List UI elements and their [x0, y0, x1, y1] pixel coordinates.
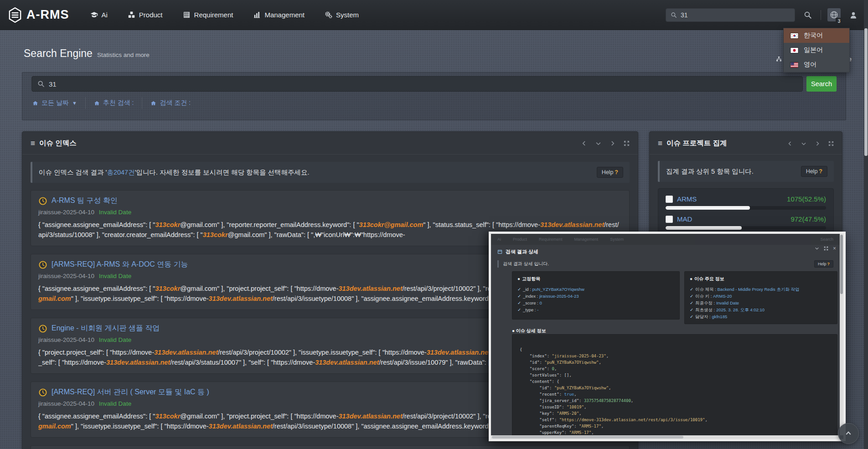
collapse-down-icon[interactable] [595, 140, 601, 146]
aggregation-notice: 집계 결과 상위 5 항목 입니다. Help? [658, 161, 834, 182]
collapse-left-icon[interactable] [581, 140, 587, 146]
aggregation-row-mad: MAD 972(47.5%) [666, 215, 826, 230]
nav-item-management[interactable]: Management [253, 11, 305, 19]
scrollbar-thumb[interactable] [864, 28, 868, 156]
issue-title-link[interactable]: [ARMS-REQ] A-RMS 와 A-DOC 연동 기능 [52, 260, 188, 269]
detail-field: ✓이슈 키 : ARMS-20 [690, 293, 832, 299]
panel-controls [787, 141, 834, 146]
minimize-icon[interactable] [815, 246, 819, 251]
issue-index-name: jiraissue-2025-04-10 [38, 400, 94, 407]
collapse-right-icon[interactable] [815, 141, 820, 146]
hamburger-icon: ≡ [658, 139, 662, 148]
filter-1[interactable]: 추천 검색 : [86, 99, 142, 107]
language-option-us[interactable]: 영어 [784, 57, 849, 72]
search-panel: Search 모든 날짜▼추천 검색 :검색 조건 : [22, 72, 846, 120]
issue-title-link[interactable]: A-RMS 팀 구성 확인 [52, 196, 118, 206]
filter-2[interactable]: 검색 조건 : [142, 99, 199, 107]
check-icon: ✓ [690, 294, 693, 299]
help-button[interactable]: Help? [814, 260, 833, 268]
collapse-left-icon[interactable] [787, 141, 793, 146]
search-button[interactable]: Search [806, 76, 837, 92]
scrollbar-thumb[interactable] [492, 436, 683, 439]
expand-icon[interactable] [624, 140, 630, 146]
issue-detail-json: { "index": "jiraissue-2025-04-23", "id":… [512, 334, 837, 438]
navbar-search-button[interactable] [801, 9, 814, 21]
scroll-to-top-button[interactable] [838, 423, 859, 444]
language-globe-button[interactable]: 3 [827, 8, 841, 21]
issue-title-link[interactable]: Engine - 비회원 게시판 샘플 작업 [52, 324, 160, 333]
check-icon: ✓ [517, 287, 521, 292]
window-controls: × [815, 246, 836, 251]
language-option-kr[interactable]: 한국어 [784, 28, 849, 43]
project-aggregation-panel: ≡ 이슈 프로젝트 집계 집계 결과 상위 5 항목 입니다. Help? AR… [649, 131, 842, 245]
check-icon: ✓ [690, 287, 693, 292]
nav-item-system[interactable]: System [325, 11, 359, 19]
navbar-divider [821, 10, 821, 20]
project-checkbox[interactable] [666, 196, 673, 203]
notice-count: 총2047건 [107, 169, 134, 176]
maximize-icon[interactable] [824, 246, 828, 251]
detail-field: ✓_id : puN_YZYBaKa7OYiqwshw [517, 286, 674, 293]
project-name-link[interactable]: MAD [677, 215, 692, 223]
issue-index-name: jiraissue-2025-04-10 [38, 273, 94, 279]
page-scrollbar [864, 0, 868, 449]
project-aggregation-title: 이슈 프로젝트 집계 [666, 139, 727, 148]
nav-item-ai[interactable]: Ai [90, 11, 108, 19]
check-icon: ✓ [517, 294, 521, 299]
nav-item-product[interactable]: Product [128, 11, 163, 19]
fixed-fields-title: 고정항목 [522, 276, 540, 281]
main-search-input[interactable] [49, 80, 797, 88]
top-navbar: A-RMS AiProductRequirementManagementSyst… [0, 0, 868, 30]
flag-jp-icon [790, 47, 799, 53]
navbar-right: 3 [666, 8, 860, 22]
clock-icon [38, 388, 47, 397]
collapse-right-icon[interactable] [610, 140, 615, 146]
issue-summary-box: ●이슈 주요 정보 ✓이슈 제목 : Backend - Middle Prox… [684, 271, 837, 324]
navbar-search-input[interactable] [681, 11, 790, 19]
panel-controls [581, 140, 630, 146]
aggregation-row-arms: ARMS 1075(52.5%) [666, 195, 826, 210]
close-icon[interactable]: × [833, 246, 836, 251]
scrollbar-thumb[interactable] [840, 235, 843, 294]
gears-icon [325, 11, 332, 19]
language-option-jp[interactable]: 일본어 [784, 43, 849, 57]
modal-title: 검색 결과 상세 [506, 248, 538, 255]
page-title: Search Engine [24, 47, 93, 60]
bullet-icon: ● [512, 328, 516, 333]
project-checkbox[interactable] [666, 216, 673, 223]
page-subtitle: Statistics and more [97, 52, 150, 58]
modal-subtitle: 검색 결과 상세 입니다. [503, 261, 549, 267]
clock-icon [38, 260, 47, 269]
progress-fill [666, 206, 750, 210]
issue-meta: jiraissue-2025-04-10 Invalid Date [38, 209, 622, 216]
ghost-nav-item: System [610, 237, 624, 242]
progress-track [666, 206, 826, 210]
project-count-value: 1075(52.5%) [787, 195, 826, 203]
flag-kr-icon [790, 33, 799, 39]
filter-0[interactable]: 모든 날짜▼ [31, 99, 85, 107]
clock-icon [38, 196, 47, 206]
check-icon: ✓ [690, 314, 693, 319]
home-icon [32, 100, 38, 106]
bullet-icon: ● [690, 276, 692, 281]
help-button[interactable]: Help? [597, 167, 623, 178]
brand-name: A-RMS [26, 8, 69, 22]
project-aggregation-header: ≡ 이슈 프로젝트 집계 [650, 132, 842, 155]
detail-field: ✓최종수정 : Invalid Date [690, 299, 832, 306]
issue-index-name: jiraissue-2025-04-10 [38, 209, 94, 216]
detail-field: ✓담당자 : gkfn185 [690, 313, 832, 320]
help-button[interactable]: Help? [801, 166, 827, 177]
nav-item-requirement[interactable]: Requirement [183, 11, 233, 19]
expand-icon[interactable] [828, 141, 834, 146]
search-result-detail-window: AiProductRequirementManagementSystemSear… [489, 232, 846, 441]
project-name-link[interactable]: ARMS [677, 195, 697, 203]
collapse-down-icon[interactable] [801, 141, 806, 146]
brand-logo[interactable]: A-RMS [8, 7, 69, 23]
user-button[interactable] [847, 9, 860, 21]
main-search-box [31, 76, 803, 92]
clock-icon [38, 324, 47, 333]
issue-title-link[interactable]: [ARMS-REQ] 서버 관리 ( Server 모듈 및 IaC 등 ) [52, 387, 209, 397]
notice-suffix: '입니다. 자세한 정보를 보시려면 해당 항목을 선택해주세요. [135, 169, 310, 176]
language-dropdown: 한국어일본어영어 [783, 28, 850, 72]
aggregation-card: ARMS 1075(52.5%) MAD 972(47.5%) [658, 188, 834, 237]
